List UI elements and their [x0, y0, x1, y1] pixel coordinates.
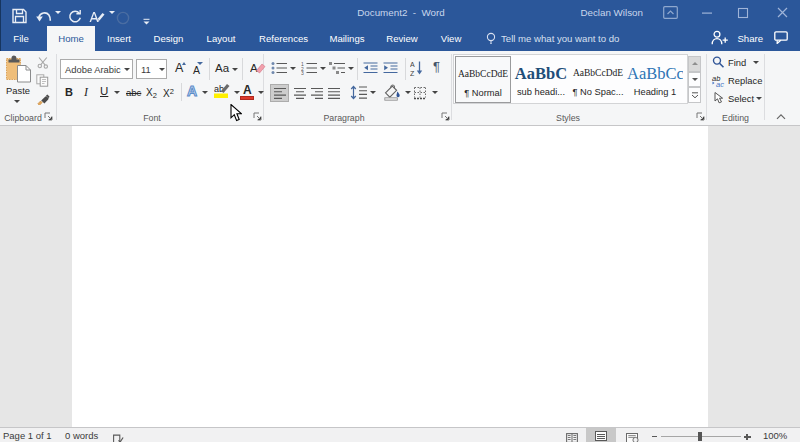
svg-text:Z: Z — [410, 70, 415, 77]
svg-text:A: A — [250, 62, 258, 74]
svg-text:A: A — [410, 61, 415, 68]
svg-text:ac: ac — [716, 80, 724, 87]
svg-text:ab: ab — [214, 84, 224, 94]
svg-text:3: 3 — [301, 70, 304, 75]
